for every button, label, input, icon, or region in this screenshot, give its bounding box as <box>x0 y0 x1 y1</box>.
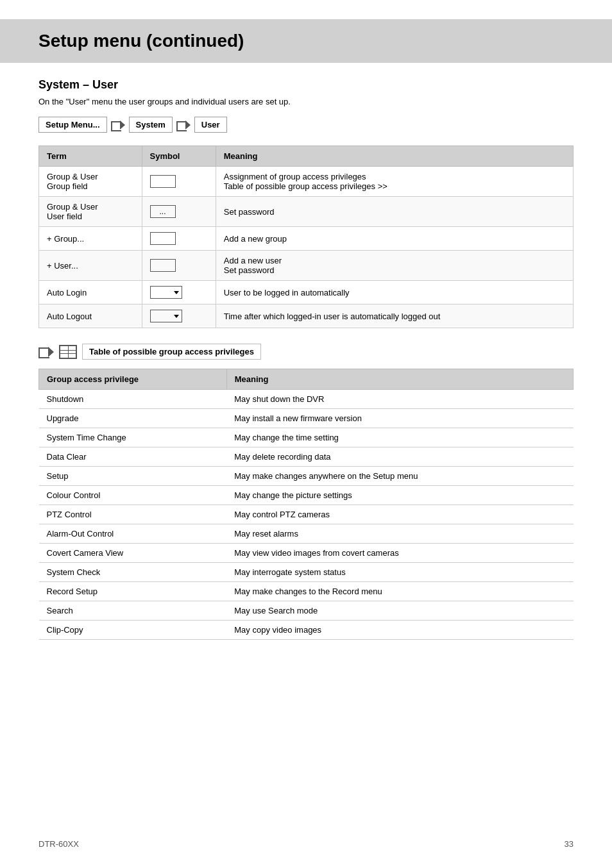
term-cell: Group & UserGroup field <box>39 167 142 197</box>
privileges-table: Group access privilege Meaning ShutdownM… <box>38 369 574 640</box>
privilege-cell: Data Clear <box>39 447 227 467</box>
table-row: Auto Logout Time after which logged-in u… <box>39 305 574 328</box>
page-number: 33 <box>565 839 574 849</box>
privilege-cell: PTZ Control <box>39 505 227 524</box>
privilege-cell: Upgrade <box>39 409 227 428</box>
breadcrumb-arrow-2 <box>176 120 191 130</box>
privilege-cell: Covert Camera View <box>39 544 227 563</box>
meaning-cell: May change the time setting <box>226 428 573 447</box>
meaning-cell: May control PTZ cameras <box>226 505 573 524</box>
meaning-cell: May shut down the DVR <box>226 390 573 409</box>
symbol-cell <box>142 167 216 197</box>
table-row: Data ClearMay delete recording data <box>39 447 574 467</box>
table-row: PTZ ControlMay control PTZ cameras <box>39 505 574 524</box>
table-row: Clip-CopyMay copy video images <box>39 621 574 640</box>
meaning-cell: Add a new group <box>216 227 573 251</box>
table-row: Covert Camera ViewMay view video images … <box>39 544 574 563</box>
page: Setup menu (continued) System – User On … <box>0 0 612 868</box>
main-table-header-term: Term <box>39 146 142 167</box>
symbol-box <box>150 232 176 245</box>
privilege-cell: Clip-Copy <box>39 621 227 640</box>
page-footer: DTR-60XX 33 <box>38 839 574 849</box>
priv-header-privilege: Group access privilege <box>39 369 227 390</box>
meaning-cell: User to be logged in automatically <box>216 281 573 305</box>
main-table-header-symbol: Symbol <box>142 146 216 167</box>
page-header: Setup menu (continued) <box>0 19 612 63</box>
privilege-cell: System Time Change <box>39 428 227 447</box>
breadcrumb-arrow-1 <box>111 120 125 130</box>
meaning-cell: May reset alarms <box>226 524 573 544</box>
callout-arrow-icon <box>38 346 54 358</box>
privilege-cell: Alarm-Out Control <box>39 524 227 544</box>
term-cell: Auto Login <box>39 281 142 305</box>
meaning-cell: May make changes to the Record menu <box>226 582 573 601</box>
section-description: On the "User" menu the user groups and i… <box>38 97 574 106</box>
privilege-cell: System Check <box>39 563 227 582</box>
symbol-cell <box>142 281 216 305</box>
breadcrumb-setup-menu: Setup Menu... <box>38 117 107 133</box>
symbol-cell <box>142 305 216 328</box>
term-cell: Auto Logout <box>39 305 142 328</box>
callout-section: Table of possible group access privilege… <box>38 344 574 360</box>
meaning-cell: May delete recording data <box>226 447 573 467</box>
table-row: SetupMay make changes anywhere on the Se… <box>39 467 574 486</box>
meaning-cell: Time after which logged-in user is autom… <box>216 305 573 328</box>
dropdown-arrow-icon <box>174 315 179 318</box>
table-row: ShutdownMay shut down the DVR <box>39 390 574 409</box>
table-row: + Group... Add a new group <box>39 227 574 251</box>
callout-label: Table of possible group access privilege… <box>82 344 261 360</box>
privilege-cell: Search <box>39 601 227 621</box>
symbol-cell <box>142 227 216 251</box>
term-cell: + Group... <box>39 227 142 251</box>
table-row: Record SetupMay make changes to the Reco… <box>39 582 574 601</box>
priv-header-meaning: Meaning <box>226 369 573 390</box>
privilege-cell: Shutdown <box>39 390 227 409</box>
meaning-cell: May copy video images <box>226 621 573 640</box>
dropdown-arrow-icon <box>174 291 179 294</box>
breadcrumb-user: User <box>194 117 227 133</box>
meaning-cell: May interrogate system status <box>226 563 573 582</box>
breadcrumb: Setup Menu... System User <box>38 117 574 133</box>
main-table-header-meaning: Meaning <box>216 146 573 167</box>
meaning-cell: May install a new firmware version <box>226 409 573 428</box>
symbol-dropdown <box>150 310 182 322</box>
table-row: + User... Add a new userSet password <box>39 251 574 281</box>
term-cell: + User... <box>39 251 142 281</box>
symbol-box <box>150 259 176 272</box>
table-row: UpgradeMay install a new firmware versio… <box>39 409 574 428</box>
model-number: DTR-60XX <box>38 839 79 849</box>
symbol-cell: ... <box>142 197 216 227</box>
breadcrumb-system: System <box>129 117 173 133</box>
privilege-cell: Colour Control <box>39 486 227 505</box>
meaning-cell: Add a new userSet password <box>216 251 573 281</box>
symbol-dots-box: ... <box>150 205 176 218</box>
symbol-cell <box>142 251 216 281</box>
meaning-cell: May make changes anywhere on the Setup m… <box>226 467 573 486</box>
table-row: Auto Login User to be logged in automati… <box>39 281 574 305</box>
table-row: Group & UserGroup field Assignment of gr… <box>39 167 574 197</box>
meaning-cell: May use Search mode <box>226 601 573 621</box>
meaning-cell: Assignment of group access privileges Ta… <box>216 167 573 197</box>
table-row: SearchMay use Search mode <box>39 601 574 621</box>
table-row: Group & UserUser field ... Set password <box>39 197 574 227</box>
privilege-cell: Setup <box>39 467 227 486</box>
meaning-cell: May change the picture settings <box>226 486 573 505</box>
symbol-dropdown <box>150 286 182 299</box>
table-row: System Time ChangeMay change the time se… <box>39 428 574 447</box>
table-row: System CheckMay interrogate system statu… <box>39 563 574 582</box>
page-title: Setup menu (continued) <box>38 31 574 51</box>
symbol-box <box>150 175 176 188</box>
term-cell: Group & UserUser field <box>39 197 142 227</box>
meaning-cell: May view video images from covert camera… <box>226 544 573 563</box>
privilege-cell: Record Setup <box>39 582 227 601</box>
main-table: Term Symbol Meaning Group & UserGroup fi… <box>38 146 574 328</box>
meaning-cell: Set password <box>216 197 573 227</box>
table-row: Alarm-Out ControlMay reset alarms <box>39 524 574 544</box>
table-row: Colour ControlMay change the picture set… <box>39 486 574 505</box>
table-icon <box>59 345 77 359</box>
section-title: System – User <box>38 78 574 92</box>
